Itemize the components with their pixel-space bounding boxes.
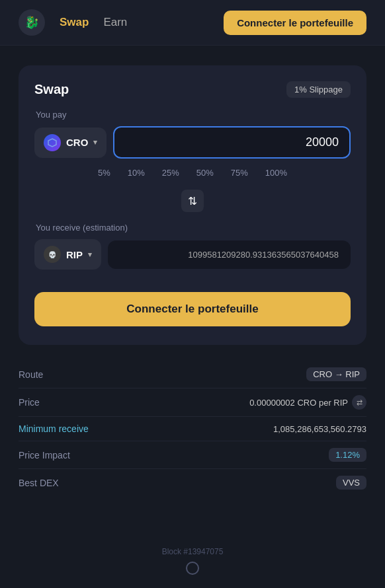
route-info: Route CRO → RIP Price 0.00000002 CRO per… [19, 361, 366, 496]
cro-icon [44, 134, 61, 151]
price-impact-label: Price Impact [19, 450, 70, 460]
best-dex-label: Best DEX [19, 478, 59, 488]
min-receive-row: Minimum receive 1,085,286,653,560.2793 [19, 417, 366, 441]
route-row: Route CRO → RIP [19, 361, 366, 388]
header-left: 🐉 Swap Earn [19, 9, 127, 36]
from-token-chevron: ▾ [93, 138, 97, 147]
slippage-badge[interactable]: 1% Slippage [286, 81, 351, 98]
from-token-label: CRO [66, 137, 88, 148]
main-content: Swap 1% Slippage You pay CRO ▾ 5% 10% 25… [0, 46, 385, 509]
logo: 🐉 [19, 9, 45, 36]
min-receive-value: 1,085,286,653,560.2793 [273, 424, 366, 434]
swap-direction-button[interactable]: ⇅ [180, 188, 205, 213]
receive-amount-display: 1099581209280.931363565037640458 [108, 240, 351, 269]
price-impact-value: 1.12% [329, 448, 366, 462]
percent-75-button[interactable]: 75% [228, 166, 251, 179]
rip-icon: 💀 [44, 246, 61, 263]
swap-arrow-container: ⇅ [34, 188, 351, 213]
footer: Block #13947075 [149, 534, 237, 588]
header-connect-button[interactable]: Connecter le portefeuille [224, 11, 366, 35]
percent-5-button[interactable]: 5% [95, 166, 113, 179]
price-impact-row: Price Impact 1.12% [19, 441, 366, 469]
from-token-selector[interactable]: CRO ▾ [34, 128, 107, 158]
best-dex-row: Best DEX VVS [19, 469, 366, 496]
price-value: 0.00000002 CRO per RIP ⇄ [249, 395, 366, 410]
percent-25-button[interactable]: 25% [159, 166, 182, 179]
receive-input-row: 💀 RIP ▾ 1099581209280.931363565037640458 [34, 239, 351, 270]
main-connect-button[interactable]: Connecter le portefeuille [34, 292, 351, 326]
best-dex-value: VVS [336, 476, 366, 490]
you-pay-label: You pay [36, 110, 351, 120]
svg-marker-0 [48, 139, 56, 147]
percent-10-button[interactable]: 10% [125, 166, 148, 179]
swap-arrows-icon: ⇅ [188, 194, 197, 208]
swap-title: Swap [34, 82, 69, 97]
price-label: Price [19, 397, 40, 408]
min-receive-label: Minimum receive [19, 423, 89, 434]
price-swap-icon-button[interactable]: ⇄ [352, 395, 366, 410]
swap-card-header: Swap 1% Slippage [34, 81, 351, 98]
footer-dot-icon [186, 562, 199, 575]
percent-row: 5% 10% 25% 50% 75% 100% [34, 166, 351, 179]
logo-icon: 🐉 [24, 15, 39, 30]
nav-swap[interactable]: Swap [60, 16, 89, 29]
you-receive-label: You receive (estimation) [36, 223, 351, 233]
to-token-selector[interactable]: 💀 RIP ▾ [34, 239, 101, 270]
nav-earn[interactable]: Earn [103, 16, 127, 29]
to-token-chevron: ▾ [88, 250, 92, 259]
percent-50-button[interactable]: 50% [194, 166, 216, 179]
to-token-label: RIP [66, 249, 83, 260]
block-number: Block #13947075 [162, 547, 224, 556]
pay-amount-input[interactable] [113, 126, 351, 159]
percent-100-button[interactable]: 100% [263, 166, 290, 179]
pay-input-row: CRO ▾ [34, 126, 351, 159]
route-label: Route [19, 369, 43, 380]
route-value: CRO → RIP [306, 367, 366, 381]
price-row: Price 0.00000002 CRO per RIP ⇄ [19, 388, 366, 417]
swap-card: Swap 1% Slippage You pay CRO ▾ 5% 10% 25… [19, 65, 366, 345]
header: 🐉 Swap Earn Connecter le portefeuille [0, 0, 385, 46]
